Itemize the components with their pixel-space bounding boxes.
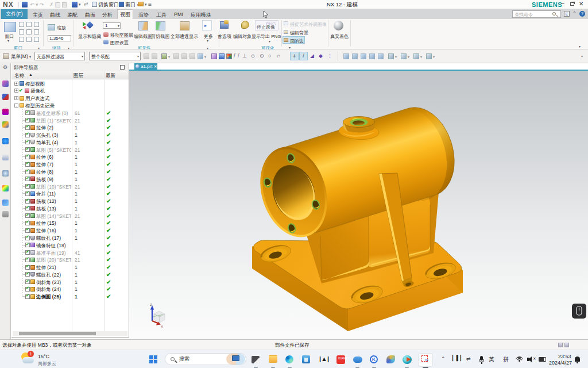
svg-text:Z: Z	[150, 303, 152, 306]
svg-text:X: X	[161, 325, 163, 328]
